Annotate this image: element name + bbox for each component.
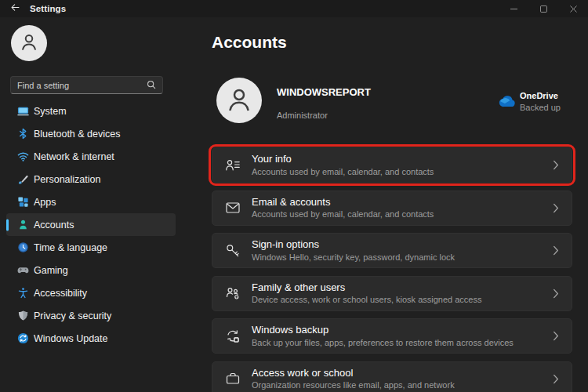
search-box: [10, 76, 163, 94]
briefcase-icon: [225, 371, 241, 387]
maximize-icon: [540, 2, 547, 16]
sidebar-item-label: Windows Update: [34, 333, 108, 344]
sidebar-item-label: System: [34, 106, 67, 117]
settings-card-sign-in-options[interactable]: Sign-in options Windows Hello, security …: [212, 233, 572, 268]
time-language-icon: [16, 241, 29, 254]
settings-card-email-accounts[interactable]: Email & accounts Accounts used by email,…: [212, 191, 572, 226]
settings-card-list: Your info Accounts used by email, calend…: [212, 147, 572, 392]
sidebar-item-label: Accessibility: [34, 288, 87, 299]
onedrive-status: Backed up: [520, 103, 561, 112]
sidebar-item-label: Apps: [34, 197, 56, 208]
card-description: Accounts used by email, calendar, and co…: [252, 209, 434, 219]
sidebar-item-network-internet[interactable]: Network & internet: [6, 145, 176, 168]
minimize-button[interactable]: [499, 0, 528, 17]
sidebar-item-windows-update[interactable]: Windows Update: [6, 327, 176, 350]
profile-avatar: [216, 78, 262, 123]
settings-card-family-other-users[interactable]: Family & other users Device access, work…: [212, 276, 572, 311]
card-title: Sign-in options: [252, 239, 455, 250]
privacy-icon: [16, 310, 29, 322]
sidebar-nav: System Bluetooth & devices Network & int…: [6, 100, 176, 350]
sidebar-item-label: Accounts: [34, 220, 74, 230]
settings-card-windows-backup[interactable]: Windows backup Back up your files, apps,…: [212, 318, 572, 354]
sidebar-item-label: Network & internet: [34, 151, 114, 162]
network-icon: [16, 151, 29, 163]
sidebar-item-apps[interactable]: Apps: [6, 191, 176, 213]
sidebar-item-label: Time & language: [34, 242, 107, 253]
minimize-icon: [510, 2, 517, 16]
maximize-button[interactable]: [528, 0, 558, 17]
card-description: Back up your files, apps, preferences to…: [252, 338, 514, 347]
close-button[interactable]: [558, 0, 588, 17]
titlebar: Settings: [0, 0, 588, 17]
card-description: Accounts used by email, calendar, and co…: [252, 167, 434, 176]
card-title: Your info: [252, 154, 434, 165]
back-button[interactable]: [3, 0, 27, 17]
search-input[interactable]: [17, 81, 147, 90]
sidebar-item-accounts[interactable]: Accounts: [6, 213, 176, 236]
sidebar-item-gaming[interactable]: Gaming: [6, 259, 176, 281]
sidebar-item-accessibility[interactable]: Accessibility: [6, 281, 176, 304]
windows-update-icon: [16, 332, 29, 345]
family-icon: [225, 285, 241, 301]
close-icon: [570, 2, 577, 16]
sidebar: System Bluetooth & devices Network & int…: [0, 17, 188, 392]
accounts-icon: [16, 219, 29, 231]
settings-card-your-info[interactable]: Your info Accounts used by email, calend…: [212, 147, 572, 183]
sidebar-item-bluetooth-devices[interactable]: Bluetooth & devices: [6, 122, 176, 145]
signin-key-icon: [225, 243, 241, 259]
chevron-right-icon: [553, 374, 559, 384]
personalization-icon: [16, 173, 29, 186]
bluetooth-icon: [16, 128, 29, 140]
account-role: Administrator: [277, 111, 328, 120]
card-title: Access work or school: [252, 368, 455, 379]
user-avatar-icon: [223, 83, 255, 118]
app-title: Settings: [30, 4, 66, 13]
chevron-right-icon: [553, 160, 559, 170]
page-title: Accounts: [212, 33, 287, 52]
card-title: Windows backup: [252, 325, 514, 336]
your-info-icon: [225, 158, 241, 173]
user-avatar-icon: [17, 30, 41, 56]
chevron-right-icon: [553, 289, 559, 299]
sidebar-item-label: Privacy & security: [34, 310, 111, 321]
window-controls: [499, 0, 588, 17]
apps-icon: [16, 196, 29, 209]
sidebar-item-system[interactable]: System: [6, 100, 176, 122]
settings-card-access-work-or-school[interactable]: Access work or school Organization resou…: [212, 361, 572, 392]
chevron-right-icon: [553, 245, 559, 256]
sidebar-item-label: Bluetooth & devices: [34, 129, 121, 140]
email-icon: [225, 200, 241, 216]
card-description: Windows Hello, security key, password, d…: [252, 252, 455, 262]
sidebar-item-personalization[interactable]: Personalization: [6, 168, 176, 191]
card-title: Email & accounts: [252, 197, 434, 208]
sidebar-item-privacy-security[interactable]: Privacy & security: [6, 304, 176, 327]
chevron-right-icon: [553, 331, 559, 341]
account-name: WINDOWSREPORT: [277, 86, 371, 98]
onedrive-label[interactable]: OneDrive: [520, 91, 558, 100]
sidebar-item-label: Personalization: [34, 174, 100, 185]
card-description: Device access, work or school users, kio…: [252, 295, 481, 304]
accessibility-icon: [16, 287, 29, 299]
onedrive-cloud-icon: [496, 95, 516, 108]
card-description: Organization resources like email, apps,…: [252, 380, 455, 390]
back-arrow-icon: [10, 2, 20, 16]
sidebar-item-time-language[interactable]: Time & language: [6, 236, 176, 259]
sidebar-avatar[interactable]: [11, 25, 47, 61]
card-title: Family & other users: [252, 282, 481, 293]
chevron-right-icon: [553, 203, 559, 213]
sidebar-item-label: Gaming: [34, 265, 68, 276]
backup-icon: [225, 328, 241, 344]
search-icon: [147, 78, 156, 93]
system-icon: [16, 105, 29, 118]
selected-accent-bar: [6, 219, 9, 230]
gaming-icon: [16, 264, 29, 277]
